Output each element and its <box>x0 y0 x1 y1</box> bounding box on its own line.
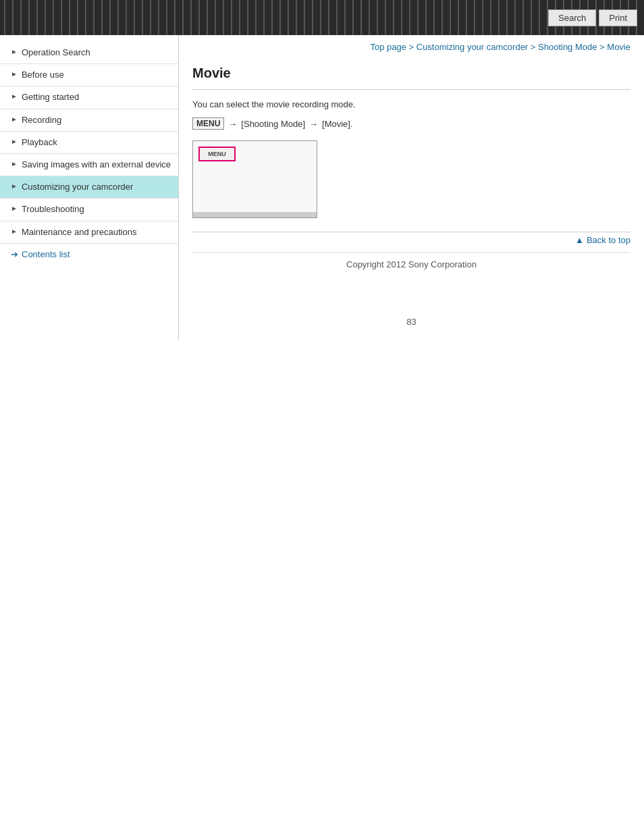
breadcrumb-sep1: > <box>406 42 417 52</box>
sidebar-item-label: Before use <box>22 69 171 81</box>
sidebar-item-customizing[interactable]: ► Customizing your camcorder <box>0 176 178 199</box>
sidebar-item-label: Saving images with an external device <box>22 159 171 171</box>
sidebar-item-label: Maintenance and precautions <box>22 226 171 238</box>
chevron-right-icon: ► <box>11 160 18 167</box>
breadcrumb-movie[interactable]: Movie <box>607 42 630 52</box>
shooting-mode-text: [Shooting Mode] <box>241 119 305 129</box>
search-button[interactable]: Search <box>548 9 596 26</box>
page-title-section: Movie <box>192 66 630 90</box>
page-number: 83 <box>192 310 630 327</box>
sidebar: ► Operation Search ► Before use ► Gettin… <box>0 35 179 340</box>
chevron-right-icon: ► <box>11 93 18 100</box>
sidebar-item-maintenance[interactable]: ► Maintenance and precautions <box>0 221 178 244</box>
breadcrumb-sep3: > <box>597 42 607 52</box>
sidebar-item-getting-started[interactable]: ► Getting started <box>0 86 178 109</box>
camera-menu-button: MENU <box>198 147 236 161</box>
back-to-top-label: Back to top <box>587 235 630 245</box>
breadcrumb-customizing[interactable]: Customizing your camcorder <box>417 42 528 52</box>
contents-list-link[interactable]: ➔ Contents list <box>0 244 178 265</box>
breadcrumb-shooting-mode[interactable]: Shooting Mode <box>538 42 597 52</box>
breadcrumb-top-page[interactable]: Top page <box>370 42 406 52</box>
sidebar-item-playback[interactable]: ► Playback <box>0 132 178 154</box>
sidebar-item-label: Getting started <box>22 91 171 103</box>
camera-preview-bottom-bar <box>193 212 317 217</box>
menu-key: MENU <box>192 118 224 130</box>
sidebar-item-label: Operation Search <box>22 47 171 59</box>
sidebar-item-recording[interactable]: ► Recording <box>0 109 178 132</box>
chevron-right-icon: ► <box>11 70 18 78</box>
arrow2-symbol: → <box>309 119 318 129</box>
header-bar: Search Print <box>0 0 644 35</box>
sidebar-item-operation-search[interactable]: ► Operation Search <box>0 42 178 64</box>
camera-menu-label: MENU <box>208 151 226 157</box>
back-to-top-link[interactable]: ▲ Back to top <box>575 235 630 245</box>
sidebar-item-saving-images[interactable]: ► Saving images with an external device <box>0 154 178 176</box>
sidebar-item-before-use[interactable]: ► Before use <box>0 64 178 86</box>
sidebar-item-troubleshooting[interactable]: ► Troubleshooting <box>0 199 178 221</box>
back-to-top-row: ▲ Back to top <box>192 232 630 245</box>
chevron-right-icon: ► <box>11 205 18 212</box>
sidebar-item-label: Troubleshooting <box>22 203 171 215</box>
camera-preview: MENU <box>192 140 317 218</box>
arrow1-symbol: → <box>228 119 237 129</box>
chevron-right-icon: ► <box>11 228 18 235</box>
page-layout: ► Operation Search ► Before use ► Gettin… <box>0 35 644 340</box>
breadcrumb: Top page > Customizing your camcorder > … <box>192 42 630 56</box>
main-content: Top page > Customizing your camcorder > … <box>179 35 644 340</box>
copyright-text: Copyright 2012 Sony Corporation <box>346 259 477 269</box>
header-buttons: Search Print <box>548 9 637 26</box>
sidebar-item-label: Customizing your camcorder <box>22 181 171 193</box>
chevron-right-icon: ► <box>11 48 18 55</box>
print-button[interactable]: Print <box>599 9 637 26</box>
chevron-right-icon: ► <box>11 115 18 123</box>
sidebar-item-label: Recording <box>22 114 171 126</box>
content-description: You can select the movie recording mode. <box>192 99 630 109</box>
instruction-line: MENU → [Shooting Mode] → [Movie]. <box>192 118 630 130</box>
breadcrumb-sep2: > <box>528 42 538 52</box>
arrow-right-icon: ➔ <box>11 249 18 259</box>
triangle-up-icon: ▲ <box>575 235 584 245</box>
contents-list-label: Contents list <box>22 249 70 259</box>
chevron-right-icon: ► <box>11 182 18 190</box>
footer: Copyright 2012 Sony Corporation <box>192 252 630 283</box>
chevron-right-icon: ► <box>11 138 18 145</box>
sidebar-item-label: Playback <box>22 136 171 149</box>
movie-text: [Movie]. <box>322 119 353 129</box>
page-title: Movie <box>192 66 630 81</box>
